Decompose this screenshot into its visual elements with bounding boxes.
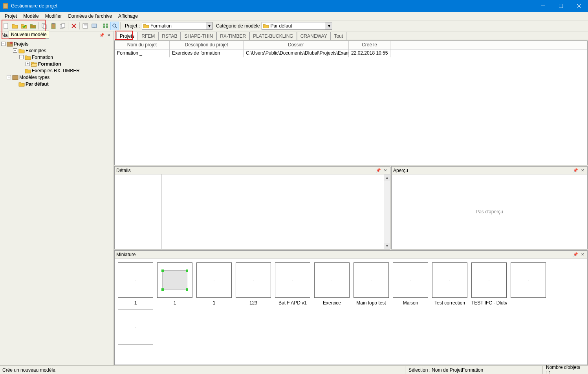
window-close-button[interactable] [570, 0, 588, 12]
tab-rfem[interactable]: RFEM [138, 32, 158, 40]
collapse-icon[interactable]: − [1, 42, 5, 46]
open-folder-button[interactable] [11, 22, 19, 30]
tree-item[interactable]: −Modèles types [1, 74, 112, 81]
model-tabs: ProjetsRFEMRSTABSHAPE-THINRX-TIMBERPLATE… [114, 31, 588, 40]
menu-donnees-archive[interactable]: Données de l'archive [65, 13, 115, 20]
grid-body[interactable]: Formation _Exercices de formationC:\User… [115, 50, 587, 165]
details-scrollbar[interactable]: ▲ ▼ [384, 174, 390, 249]
thumbnail[interactable]: 1 [157, 262, 192, 306]
tab-projets[interactable]: Projets [116, 32, 138, 40]
thumbnail[interactable]: ·Maison [393, 262, 428, 306]
properties-icon [82, 23, 88, 29]
thumbnail-caption: 1 [134, 300, 137, 306]
pin-icon[interactable]: 📌 [572, 167, 579, 174]
tree-item[interactable]: −Exemples [1, 47, 112, 54]
thumbnail[interactable]: ·1 [118, 262, 153, 306]
folder-icon [25, 68, 31, 73]
folder-check-button[interactable] [20, 22, 28, 30]
grid-header: Nom du projet Description du projet Doss… [115, 41, 587, 50]
thumbnail-caption: 123 [249, 300, 257, 306]
col-header-folder[interactable]: Dossier [244, 41, 349, 49]
project-combo[interactable]: Formation ▾ [142, 22, 212, 30]
thumbnail[interactable]: ·1 [196, 262, 232, 306]
tab-shape-thin[interactable]: SHAPE-THIN [181, 32, 216, 40]
folder-box-icon [30, 23, 36, 29]
window-minimize-button[interactable] [534, 0, 552, 12]
details-panel: Détails 📌 ✕ ▲ ▼ [114, 166, 390, 249]
thumbnail[interactable]: · [118, 310, 153, 347]
thumbnail-caption: Test correction [434, 300, 465, 306]
miniature-title: Miniature [116, 252, 572, 257]
tree-item[interactable]: Exemples RX-TIMBER [1, 67, 112, 74]
pin-icon[interactable]: 📌 [572, 251, 579, 258]
paste-button[interactable] [49, 22, 58, 30]
thumbnail[interactable]: ·123 [236, 262, 271, 306]
close-icon[interactable]: ✕ [382, 167, 388, 174]
window-maximize-button[interactable] [552, 0, 570, 12]
magnify-icon [112, 23, 118, 29]
thumbnail[interactable]: ·Exercice [314, 262, 350, 306]
tab-craneway[interactable]: CRANEWAY [297, 32, 331, 40]
thumbnail[interactable]: ·Main topo test [354, 262, 389, 306]
collapse-icon[interactable]: − [13, 48, 17, 53]
svg-rect-23 [93, 28, 95, 28]
thumbnail-caption: TEST IFC - Dlubal [471, 300, 507, 306]
collapse-icon[interactable]: − [7, 75, 11, 79]
delete-button[interactable] [70, 22, 78, 30]
tree-item[interactable]: Par défaut [1, 81, 112, 87]
svg-marker-40 [19, 82, 24, 86]
properties-button[interactable] [81, 22, 90, 30]
pin-icon[interactable]: 📌 [375, 167, 381, 174]
tab-tout[interactable]: Tout [331, 32, 347, 40]
tab-rx-timber[interactable]: RX-TIMBER [216, 32, 249, 40]
col-header-name[interactable]: Nom du projet [115, 41, 170, 49]
tree-item-label: Exemples [25, 48, 47, 53]
delete-x-icon [71, 23, 77, 29]
project-tree[interactable]: − Projets −Exemples−Formation+FormationE… [0, 39, 114, 88]
preview-body: Pas d'aperçu [392, 174, 587, 249]
category-combo[interactable]: Par défaut ▾ [262, 22, 332, 30]
close-icon[interactable]: ✕ [579, 167, 586, 174]
tree-item[interactable]: +Formation [1, 60, 112, 67]
thumbnail-caption: Main topo test [356, 300, 386, 306]
folder-icon [143, 24, 149, 28]
menu-modifier[interactable]: Modifier [42, 13, 65, 20]
folder-icon [12, 23, 18, 29]
thumbnail[interactable]: ·Test correction [432, 262, 467, 306]
new-model-button[interactable] [2, 22, 10, 30]
thumbnail-box [157, 262, 192, 298]
menu-projet[interactable]: Projet [2, 13, 20, 20]
close-icon[interactable]: ✕ [579, 251, 586, 258]
menu-affichage[interactable]: Affichage [115, 13, 141, 20]
tree-item[interactable]: −Formation [1, 54, 112, 60]
status-selection: Sélection : Nom de ProjetFormation [405, 366, 542, 374]
move-button[interactable] [58, 22, 67, 30]
thumbnail-box: · [196, 262, 232, 298]
grid-view-button[interactable] [101, 22, 110, 30]
tree-root-projets[interactable]: − Projets [1, 40, 112, 47]
collapse-icon[interactable]: − [19, 55, 24, 59]
folder-box-button[interactable] [29, 22, 37, 30]
menu-modele[interactable]: Modèle [20, 13, 42, 20]
tab-rstab[interactable]: RSTAB [158, 32, 181, 40]
svg-rect-16 [62, 24, 65, 28]
preview-button[interactable] [90, 22, 99, 30]
thumbnail-grid[interactable]: ·11·1·123·Bat F APD v1·Exercice·Main top… [115, 258, 587, 365]
scroll-up-icon[interactable]: ▲ [384, 174, 390, 181]
grid-row[interactable]: Formation _Exercices de formationC:\User… [115, 50, 587, 57]
thumbnail[interactable]: ·Bat F APD v1 [275, 262, 310, 306]
col-header-description[interactable]: Description du projet [170, 41, 244, 49]
expand-icon[interactable]: + [26, 62, 30, 66]
details-view-button[interactable] [110, 22, 119, 30]
col-header-created[interactable]: Créé le [349, 41, 390, 49]
thumbnail[interactable]: · [511, 262, 546, 306]
svg-rect-12 [43, 25, 46, 29]
scroll-down-icon[interactable]: ▼ [384, 243, 390, 249]
tab-plate-buckling[interactable]: PLATE-BUCKLING [249, 32, 297, 40]
pin-icon[interactable]: 📌 [99, 32, 105, 38]
miniature-panel: Miniature 📌 ✕ ·11·1·123·Bat F APD v1·Exe… [114, 250, 588, 365]
close-icon[interactable]: ✕ [106, 32, 112, 38]
copy-button[interactable] [40, 22, 49, 30]
thumbnail[interactable]: ·TEST IFC - Dlubal [471, 262, 507, 306]
status-hint: Crée un nouveau modèle. [2, 367, 405, 373]
